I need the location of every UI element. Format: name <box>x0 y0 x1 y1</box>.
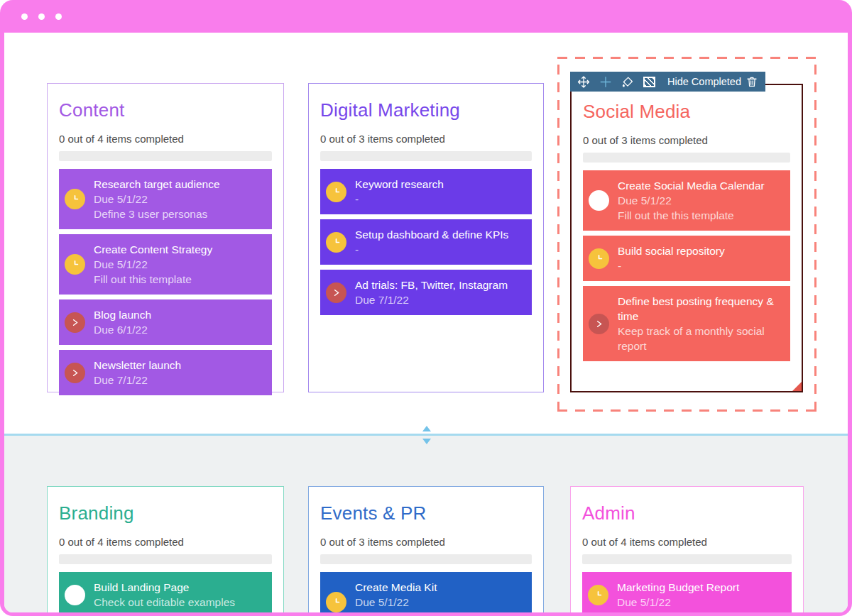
progress-text: 0 out of 3 items completed <box>320 133 532 145</box>
progress-text: 0 out of 3 items completed <box>583 134 790 146</box>
checklist-item[interactable]: Research target audienceDue 5/1/22Define… <box>59 169 272 229</box>
kebab-menu-icon[interactable] <box>768 75 772 88</box>
clock-icon[interactable] <box>65 189 85 209</box>
item-due: - <box>355 242 508 257</box>
progress-bar <box>59 151 272 161</box>
card-list: Marketing Budget ReportDue 5/1/22 <box>582 572 792 612</box>
checklist-item[interactable]: Build social repository- <box>583 236 790 281</box>
checklist-item[interactable]: Newsletter launchDue 7/1/22 <box>59 350 272 395</box>
item-note: Fill out the this template <box>618 208 765 223</box>
card-list: Create Social Media CalendarDue 5/1/22Fi… <box>583 170 790 361</box>
checklist-item[interactable]: Marketing Budget ReportDue 5/1/22 <box>582 572 792 612</box>
progress-bar <box>320 554 532 564</box>
window-control-dot[interactable] <box>38 13 45 20</box>
item-title: Create Social Media Calendar <box>618 178 765 193</box>
app-window: Content 0 out of 4 items completed Resea… <box>0 0 852 616</box>
progress-text: 0 out of 3 items completed <box>320 536 532 548</box>
checklist-item[interactable]: Ad trials: FB, Twitter, InstagramDue 7/1… <box>320 270 532 315</box>
column-title: Digital Marketing <box>320 99 532 121</box>
item-title: Build Landing Page <box>94 580 235 595</box>
checklist-item[interactable]: Create Media KitDue 5/1/22Check out the … <box>320 572 532 612</box>
column-admin[interactable]: Admin 0 out of 4 items completed Marketi… <box>570 486 804 612</box>
item-due: Due 5/1/22 <box>355 595 515 610</box>
item-title: Define best posting frequency & time <box>618 294 782 324</box>
column-title: Social Media <box>583 101 790 123</box>
item-title: Blog launch <box>94 307 151 322</box>
hide-completed-button[interactable]: Hide Completed <box>667 76 741 87</box>
item-title: Ad trials: FB, Twitter, Instagram <box>355 277 508 292</box>
item-due: - <box>618 258 725 273</box>
checklist-item[interactable]: Define best posting frequency & timeKeep… <box>583 286 790 361</box>
item-due: - <box>355 192 444 207</box>
item-due: Keep track of a monthly social report <box>618 324 782 353</box>
item-due: Due 5/1/22 <box>94 192 220 207</box>
item-due: Due 5/1/22 <box>94 257 212 272</box>
move-icon[interactable] <box>577 75 590 88</box>
item-due: Due 7/1/22 <box>355 292 508 307</box>
item-title: Keyword research <box>355 177 444 192</box>
window-control-dot[interactable] <box>21 13 28 20</box>
resize-handle[interactable] <box>792 382 802 391</box>
chevron-right-icon[interactable] <box>589 314 609 334</box>
chevron-right-icon[interactable] <box>326 282 346 303</box>
item-title: Build social repository <box>618 243 725 258</box>
column-title: Admin <box>582 502 792 524</box>
item-title: Marketing Budget Report <box>617 580 739 595</box>
pattern-icon[interactable] <box>643 75 655 88</box>
board-area: Content 0 out of 4 items completed Resea… <box>4 33 848 612</box>
column-digital-marketing[interactable]: Digital Marketing 0 out of 3 items compl… <box>308 83 544 392</box>
checklist-item[interactable]: Keyword research- <box>320 169 532 214</box>
add-icon[interactable] <box>599 75 612 88</box>
clock-icon[interactable] <box>589 248 609 269</box>
checklist-item[interactable]: Blog launchDue 6/1/22 <box>59 299 272 345</box>
empty-status-circle-icon[interactable] <box>65 585 85 605</box>
clock-icon[interactable] <box>326 232 346 253</box>
selection-toolbar: Hide Completed <box>570 72 765 92</box>
item-note: Check out the media kit template <box>355 610 515 612</box>
item-due: Due 7/1/22 <box>94 373 181 387</box>
item-due: Due 5/1/22 <box>618 193 765 208</box>
trash-icon[interactable] <box>746 75 758 88</box>
column-events-pr[interactable]: Events & PR 0 out of 3 items completed C… <box>308 486 544 612</box>
titlebar <box>0 0 852 33</box>
window-control-dot[interactable] <box>55 13 62 20</box>
column-branding[interactable]: Branding 0 out of 4 items completed Buil… <box>47 486 284 612</box>
progress-text: 0 out of 4 items completed <box>582 536 792 548</box>
column-social-media[interactable]: Social Media 0 out of 3 items completed … <box>570 84 803 392</box>
chevron-right-icon[interactable] <box>65 312 85 333</box>
progress-text: 0 out of 4 items completed <box>59 536 272 548</box>
column-content[interactable]: Content 0 out of 4 items completed Resea… <box>47 83 284 392</box>
clock-icon[interactable] <box>65 254 85 275</box>
progress-bar <box>59 554 272 564</box>
card-list: Keyword research- Setup dashboard & defi… <box>320 169 532 315</box>
column-title: Branding <box>59 502 272 524</box>
checklist-item[interactable]: Create Social Media CalendarDue 5/1/22Fi… <box>583 170 790 231</box>
checklist-item[interactable]: Setup dashboard & define KPIs- <box>320 219 532 265</box>
divider-arrow-up-icon[interactable] <box>422 426 431 431</box>
empty-status-circle-icon[interactable] <box>589 190 609 211</box>
clock-icon[interactable] <box>326 592 346 612</box>
divider-arrow-down-icon[interactable] <box>422 439 431 444</box>
item-title: Setup dashboard & define KPIs <box>355 227 508 242</box>
item-title: Create Media Kit <box>355 580 515 595</box>
item-note: Define 3 user personas <box>94 207 220 221</box>
card-list: Research target audienceDue 5/1/22Define… <box>59 169 272 395</box>
progress-text: 0 out of 4 items completed <box>59 133 272 145</box>
item-title: Create Content Strategy <box>94 242 212 257</box>
card-list: Build Landing PageCheck out editable exa… <box>59 572 272 612</box>
checklist-item[interactable]: Build Landing PageCheck out editable exa… <box>59 572 272 612</box>
pane-divider[interactable] <box>4 434 848 436</box>
item-title: Research target audience <box>94 177 220 192</box>
progress-bar <box>582 554 792 564</box>
clock-icon[interactable] <box>326 182 346 202</box>
chevron-right-icon[interactable] <box>65 363 85 383</box>
item-due: Due 6/1/22 <box>94 322 151 337</box>
paint-icon[interactable] <box>621 75 634 88</box>
item-note: Check out editable examples <box>94 595 235 610</box>
item-note: Fill out this template <box>94 272 212 287</box>
column-title: Content <box>59 99 272 121</box>
checklist-item[interactable]: Create Content StrategyDue 5/1/22Fill ou… <box>59 234 272 295</box>
progress-bar <box>320 151 532 161</box>
progress-bar <box>583 153 790 163</box>
clock-icon[interactable] <box>588 585 608 605</box>
